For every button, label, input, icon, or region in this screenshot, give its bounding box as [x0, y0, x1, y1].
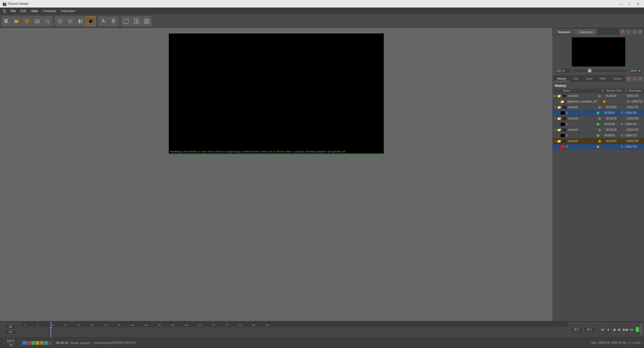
swatch-4 [36, 341, 39, 345]
skip-start-button[interactable]: ⏮ [600, 326, 605, 333]
toolbar-layout3-button[interactable] [142, 16, 151, 26]
tab-info[interactable]: Info [570, 76, 581, 81]
thumb-1 [562, 94, 567, 98]
thumb-5c [560, 134, 565, 137]
expand-icon-6[interactable]: ▼ [554, 140, 557, 143]
canvas-area: Rendering: 100% Ms/Sec: 0 Time: 00:00:13… [0, 28, 553, 321]
skip-end-button[interactable]: ⏭ [630, 326, 635, 333]
expand-icon-4[interactable]: ▼ [554, 117, 557, 120]
pin-button[interactable]: 📌 [620, 29, 625, 35]
fps-dropdown[interactable]: ▼ [8, 343, 13, 347]
hamburger-menu[interactable]: ☰ [1, 8, 8, 14]
history-row-3[interactable]: ▼ 📁 scene02 00:00:00 1280x720 [553, 104, 644, 110]
history-menu-button[interactable]: ≡ [638, 76, 643, 81]
hist-res-5: 1280x720 [627, 128, 643, 131]
history-pin-button[interactable]: 📌 [626, 76, 631, 81]
menu-animation[interactable]: Animation [59, 9, 77, 13]
frame-counter-left [0, 322, 22, 337]
prev-frame-button[interactable]: ⏴ [606, 326, 611, 333]
history-row-4[interactable]: ▼ 📁 scene02 00:00:00 1280x720 [553, 116, 644, 122]
next-button[interactable]: ▶▶ [623, 326, 629, 333]
total-frame-input[interactable] [583, 327, 595, 332]
history-row-5[interactable]: ▼ 📁 scene02 00:00:00 1280x720 [553, 127, 644, 133]
tab-navigator[interactable]: Navigator [554, 29, 575, 35]
toolbar-5-button[interactable] [43, 16, 52, 26]
zoom-input[interactable] [555, 68, 571, 73]
col-f: F [624, 89, 629, 92]
hist-name-2: applecard_animation_02 * [567, 100, 602, 103]
menu-file[interactable]: File [8, 9, 18, 13]
expand-icon-5[interactable]: ▼ [554, 128, 557, 131]
hist-name-5c: 0 [566, 134, 596, 137]
menu-edit[interactable]: Edit [18, 9, 28, 13]
toolbar-3-button[interactable] [22, 16, 32, 26]
history-row-4-child[interactable]: 0 00:00:00 0 1280x720 [553, 122, 644, 127]
svg-point-16 [69, 20, 71, 22]
playhead-marker[interactable] [49, 327, 52, 330]
expand-icon-1[interactable]: ▶ [554, 94, 557, 97]
toolbar-7-button[interactable] [65, 16, 75, 26]
expand-icon-3[interactable]: ▼ [554, 106, 557, 109]
status-dot-4c [597, 123, 599, 126]
expand-button[interactable]: ⤢ [626, 29, 631, 35]
hist-res-4c: 1280x720 [625, 123, 643, 126]
hist-res-6c: 1280x720 [625, 145, 643, 148]
navigator-thumbnail [572, 37, 625, 67]
tab-filter[interactable]: Filter [596, 76, 609, 81]
hist-time-5: 00:00:00 [602, 128, 621, 131]
col-name: Name [563, 89, 601, 92]
more-button[interactable]: ≡ [632, 29, 637, 35]
history-row-2[interactable]: 📁 applecard_animation_02 * 23 1280x720 [553, 99, 644, 104]
play-button[interactable]: ▶ [617, 326, 622, 333]
menu-view[interactable]: View [29, 9, 40, 13]
toolbar-a-button[interactable]: A [98, 16, 108, 26]
toolbar-6-button[interactable] [55, 16, 65, 26]
toolbar-8-button[interactable] [76, 16, 85, 26]
history-row-6[interactable]: ▼ 📁 scene02 00:00:00 1280x720 [553, 138, 644, 144]
start-frame-input[interactable] [6, 325, 15, 329]
hist-res-3: 1280x720 [627, 106, 643, 109]
toolbar-open-button[interactable] [12, 16, 22, 26]
tab-histogram[interactable]: Histogram [575, 29, 597, 35]
hist-res-3c: 1280x720 [625, 111, 643, 114]
minimize-button[interactable]: — [617, 1, 625, 6]
tab-layer[interactable]: Layer [582, 76, 596, 81]
history-row-6-child[interactable]: 0 0 1280x720 [553, 144, 644, 150]
toolbar-9-button[interactable] [86, 16, 95, 26]
thumb-4 [562, 117, 567, 120]
ruler-playhead [51, 322, 51, 327]
history-expand-button[interactable]: ⤢ [632, 76, 637, 81]
toolbar-4-button[interactable] [32, 16, 42, 26]
timeline-scrollbar[interactable] [640, 324, 642, 335]
close-button[interactable]: ✕ [634, 1, 642, 6]
close-panel-button[interactable]: ✕ [638, 29, 643, 35]
toolbar-layout2-button[interactable] [132, 16, 141, 26]
toolbar-layout1-button[interactable] [121, 16, 131, 26]
history-row-5-child[interactable]: 0 00:00:00 0 1280x720 [553, 133, 644, 138]
thumb-3 [562, 105, 567, 109]
tab-history[interactable]: History [554, 76, 569, 81]
history-row-3-child[interactable]: 0 00:00:00 0 1280x720 [553, 110, 644, 116]
fps-input[interactable] [3, 339, 18, 343]
maximize-button[interactable]: □ [626, 1, 633, 6]
hist-time-4: 00:00:00 [602, 117, 621, 120]
tab-stereo[interactable]: Stereo [610, 76, 625, 81]
thumb-5 [562, 128, 567, 132]
thumb-3c [560, 111, 565, 115]
hist-frames-2: 23 [625, 100, 631, 103]
hist-res-4: 1280x720 [627, 117, 643, 120]
menu-compare[interactable]: Compare [41, 9, 58, 13]
prev-button[interactable]: ◀ [612, 326, 616, 333]
current-frame-input[interactable] [4, 330, 17, 334]
zoom-slider-thumb[interactable] [588, 69, 591, 72]
toolbar-new-button[interactable] [2, 16, 11, 26]
end-frame-input[interactable] [571, 327, 582, 332]
col-resolution: Resolution [629, 89, 642, 92]
toolbar-b-button[interactable]: B [109, 16, 118, 26]
history-row-1[interactable]: ▶ 📁 scene02 00:00:00 1280x720 [553, 93, 644, 99]
thumb-6 [562, 139, 567, 143]
svg-point-13 [59, 20, 61, 22]
toolbar-separator-2 [97, 17, 97, 25]
zoom-dropdown[interactable]: 100% 50% 200% [628, 69, 642, 73]
time-display: 00:00:26 Render progress [56, 341, 92, 345]
